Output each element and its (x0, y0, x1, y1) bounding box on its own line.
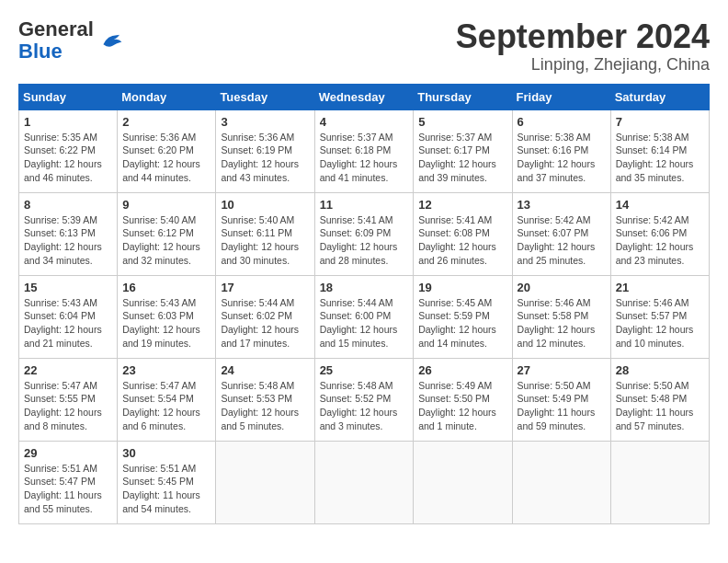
calendar-week-4: 22Sunrise: 5:47 AMSunset: 5:55 PMDayligh… (19, 358, 710, 441)
calendar-header-row: Sunday Monday Tuesday Wednesday Thursday… (19, 84, 710, 109)
day-info: Sunrise: 5:48 AMSunset: 5:52 PMDaylight:… (320, 380, 398, 431)
day-info: Sunrise: 5:43 AMSunset: 6:04 PMDaylight:… (24, 297, 102, 349)
day-number: 2 (122, 115, 210, 129)
page-header: General Blue September 2024 Linping, Zhe… (18, 18, 710, 75)
day-number: 23 (122, 363, 210, 377)
day-info: Sunrise: 5:43 AMSunset: 6:03 PMDaylight:… (122, 297, 200, 349)
day-info: Sunrise: 5:38 AMSunset: 6:14 PMDaylight:… (616, 132, 694, 183)
col-tuesday: Tuesday (216, 84, 314, 109)
table-row: 24Sunrise: 5:48 AMSunset: 5:53 PMDayligh… (216, 358, 314, 441)
table-row (610, 441, 709, 523)
page-subtitle: Linping, Zhejiang, China (456, 55, 710, 75)
day-info: Sunrise: 5:46 AMSunset: 5:58 PMDaylight:… (518, 297, 596, 349)
day-number: 17 (221, 281, 309, 294)
day-number: 12 (418, 198, 506, 212)
table-row: 5Sunrise: 5:37 AMSunset: 6:17 PMDaylight… (414, 109, 512, 192)
table-row: 2Sunrise: 5:36 AMSunset: 6:20 PMDaylight… (118, 109, 216, 192)
day-number: 25 (320, 363, 409, 377)
table-row (314, 441, 414, 523)
day-info: Sunrise: 5:46 AMSunset: 5:57 PMDaylight:… (616, 297, 694, 349)
table-row: 25Sunrise: 5:48 AMSunset: 5:52 PMDayligh… (314, 358, 414, 441)
day-info: Sunrise: 5:44 AMSunset: 6:02 PMDaylight:… (221, 297, 299, 349)
logo: General Blue (18, 18, 125, 63)
day-number: 9 (122, 198, 210, 212)
table-row: 23Sunrise: 5:47 AMSunset: 5:54 PMDayligh… (118, 358, 216, 441)
calendar-week-2: 8Sunrise: 5:39 AMSunset: 6:13 PMDaylight… (19, 192, 710, 275)
day-info: Sunrise: 5:38 AMSunset: 6:16 PMDaylight:… (518, 132, 596, 183)
day-info: Sunrise: 5:51 AMSunset: 5:47 PMDaylight:… (24, 463, 102, 514)
day-number: 6 (518, 115, 606, 129)
table-row: 14Sunrise: 5:42 AMSunset: 6:06 PMDayligh… (610, 192, 709, 275)
day-info: Sunrise: 5:51 AMSunset: 5:45 PMDaylight:… (122, 463, 200, 514)
table-row: 18Sunrise: 5:44 AMSunset: 6:00 PMDayligh… (314, 275, 414, 358)
day-info: Sunrise: 5:45 AMSunset: 5:59 PMDaylight:… (418, 297, 496, 349)
day-info: Sunrise: 5:36 AMSunset: 6:20 PMDaylight:… (122, 132, 200, 183)
day-number: 22 (24, 363, 112, 377)
day-number: 18 (320, 281, 409, 294)
col-saturday: Saturday (610, 84, 709, 109)
table-row: 6Sunrise: 5:38 AMSunset: 6:16 PMDaylight… (512, 109, 610, 192)
logo-blue: Blue (18, 40, 63, 63)
day-number: 28 (616, 363, 704, 377)
day-number: 10 (221, 198, 309, 212)
day-info: Sunrise: 5:36 AMSunset: 6:19 PMDaylight:… (221, 132, 299, 183)
day-number: 29 (24, 446, 112, 460)
day-number: 8 (24, 198, 112, 212)
col-wednesday: Wednesday (314, 84, 414, 109)
day-info: Sunrise: 5:40 AMSunset: 6:12 PMDaylight:… (122, 214, 200, 266)
day-info: Sunrise: 5:47 AMSunset: 5:54 PMDaylight:… (122, 380, 200, 431)
day-info: Sunrise: 5:47 AMSunset: 5:55 PMDaylight:… (24, 380, 102, 431)
day-number: 20 (518, 281, 606, 294)
table-row: 3Sunrise: 5:36 AMSunset: 6:19 PMDaylight… (216, 109, 314, 192)
table-row: 22Sunrise: 5:47 AMSunset: 5:55 PMDayligh… (19, 358, 118, 441)
day-number: 30 (122, 446, 210, 460)
table-row: 11Sunrise: 5:41 AMSunset: 6:09 PMDayligh… (314, 192, 414, 275)
table-row: 1Sunrise: 5:35 AMSunset: 6:22 PMDaylight… (19, 109, 118, 192)
title-block: September 2024 Linping, Zhejiang, China (456, 18, 710, 75)
col-friday: Friday (512, 84, 610, 109)
day-number: 14 (616, 198, 704, 212)
table-row: 4Sunrise: 5:37 AMSunset: 6:18 PMDaylight… (314, 109, 414, 192)
day-number: 3 (221, 115, 309, 129)
logo-general: General (18, 17, 94, 40)
day-info: Sunrise: 5:40 AMSunset: 6:11 PMDaylight:… (221, 214, 299, 266)
day-info: Sunrise: 5:37 AMSunset: 6:17 PMDaylight:… (418, 132, 496, 183)
day-info: Sunrise: 5:44 AMSunset: 6:00 PMDaylight:… (320, 297, 398, 349)
day-info: Sunrise: 5:41 AMSunset: 6:08 PMDaylight:… (418, 214, 496, 266)
day-info: Sunrise: 5:50 AMSunset: 5:48 PMDaylight:… (616, 380, 694, 431)
day-number: 4 (320, 115, 409, 129)
table-row: 21Sunrise: 5:46 AMSunset: 5:57 PMDayligh… (610, 275, 709, 358)
table-row: 19Sunrise: 5:45 AMSunset: 5:59 PMDayligh… (414, 275, 512, 358)
col-sunday: Sunday (19, 84, 118, 109)
day-number: 5 (418, 115, 506, 129)
table-row: 10Sunrise: 5:40 AMSunset: 6:11 PMDayligh… (216, 192, 314, 275)
day-number: 19 (418, 281, 506, 294)
calendar-week-1: 1Sunrise: 5:35 AMSunset: 6:22 PMDaylight… (19, 109, 710, 192)
day-number: 24 (221, 363, 309, 377)
table-row: 29Sunrise: 5:51 AMSunset: 5:47 PMDayligh… (19, 441, 118, 523)
calendar-week-3: 15Sunrise: 5:43 AMSunset: 6:04 PMDayligh… (19, 275, 710, 358)
table-row: 15Sunrise: 5:43 AMSunset: 6:04 PMDayligh… (19, 275, 118, 358)
day-number: 15 (24, 281, 112, 294)
day-info: Sunrise: 5:37 AMSunset: 6:18 PMDaylight:… (320, 132, 398, 183)
table-row: 27Sunrise: 5:50 AMSunset: 5:49 PMDayligh… (512, 358, 610, 441)
table-row (414, 441, 512, 523)
day-number: 16 (122, 281, 210, 294)
table-row: 28Sunrise: 5:50 AMSunset: 5:48 PMDayligh… (610, 358, 709, 441)
table-row: 13Sunrise: 5:42 AMSunset: 6:07 PMDayligh… (512, 192, 610, 275)
day-number: 1 (24, 115, 112, 129)
table-row: 17Sunrise: 5:44 AMSunset: 6:02 PMDayligh… (216, 275, 314, 358)
table-row: 30Sunrise: 5:51 AMSunset: 5:45 PMDayligh… (118, 441, 216, 523)
day-info: Sunrise: 5:48 AMSunset: 5:53 PMDaylight:… (221, 380, 299, 431)
table-row: 8Sunrise: 5:39 AMSunset: 6:13 PMDaylight… (19, 192, 118, 275)
col-monday: Monday (118, 84, 216, 109)
day-info: Sunrise: 5:49 AMSunset: 5:50 PMDaylight:… (418, 380, 496, 431)
day-info: Sunrise: 5:41 AMSunset: 6:09 PMDaylight:… (320, 214, 398, 266)
day-info: Sunrise: 5:50 AMSunset: 5:49 PMDaylight:… (518, 380, 596, 431)
page-title: September 2024 (456, 18, 710, 55)
day-info: Sunrise: 5:35 AMSunset: 6:22 PMDaylight:… (24, 132, 102, 183)
calendar-table: Sunday Monday Tuesday Wednesday Thursday… (18, 84, 710, 524)
day-info: Sunrise: 5:42 AMSunset: 6:06 PMDaylight:… (616, 214, 694, 266)
day-number: 7 (616, 115, 704, 129)
table-row: 16Sunrise: 5:43 AMSunset: 6:03 PMDayligh… (118, 275, 216, 358)
